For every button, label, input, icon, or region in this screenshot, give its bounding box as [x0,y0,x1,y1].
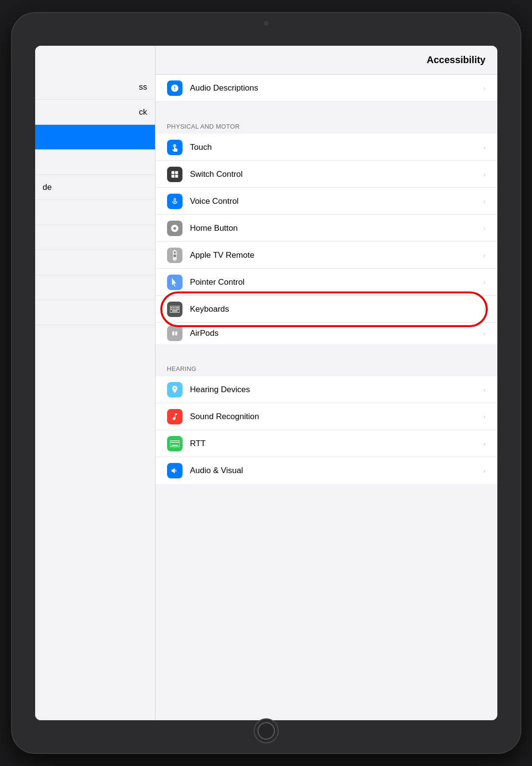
home-button-label: Home Button [190,224,483,233]
list-item-audio-visual[interactable]: Audio & Visual › [156,457,497,484]
sidebar-item-8[interactable] [35,250,155,275]
list-item-sound-recognition[interactable]: Sound Recognition › [156,403,497,430]
hearing-devices-chevron: › [483,386,486,394]
page-title: Accessibility [427,54,485,66]
sidebar-item-partial-2[interactable]: ck [35,100,155,125]
svg-rect-5 [172,307,174,308]
list-item-hearing-devices[interactable]: Hearing Devices › [156,376,497,403]
ipad-frame: ss ck de Access [11,12,521,754]
svg-rect-22 [176,441,177,442]
switch-control-chevron: › [483,171,486,178]
hearing-devices-icon [167,382,182,397]
switch-control-label: Switch Control [190,170,483,179]
partial-top-group: Audio Descriptions › [156,75,497,102]
touch-chevron: › [483,144,486,151]
audio-visual-icon [167,463,182,478]
section-header-hearing: HEARING [156,356,497,376]
voice-control-label: Voice Control [190,197,483,206]
svg-rect-7 [176,307,177,308]
svg-rect-4 [170,307,172,308]
svg-rect-21 [175,441,176,442]
audio-visual-chevron: › [483,467,486,475]
touch-label: Touch [190,143,483,152]
svg-rect-20 [173,441,174,442]
svg-rect-23 [178,441,179,442]
svg-rect-12 [176,309,177,310]
keyboards-icon [167,302,182,317]
sound-recognition-label: Sound Recognition [190,412,483,422]
list-item-touch[interactable]: Touch › [156,134,497,161]
list-item-pointer-control[interactable]: Pointer Control › [156,269,497,296]
svg-point-15 [172,331,174,336]
list-item-switch-control[interactable]: Switch Control › [156,161,497,188]
audio-desc-icon [167,80,182,96]
svg-rect-14 [172,310,178,311]
home-button-chevron: › [483,225,486,232]
sidebar-item-10[interactable] [35,300,155,325]
touch-icon [167,140,182,155]
sidebar-label-2: ck [139,107,147,117]
screen: ss ck de Access [35,46,497,720]
list-item-airpods[interactable]: AirPods › [156,323,497,344]
rtt-chevron: › [483,440,486,448]
svg-rect-10 [172,309,174,310]
svg-rect-13 [177,309,179,310]
list-item-voice-control[interactable]: Voice Control › [156,188,497,215]
airpods-icon [167,326,182,341]
pointer-control-chevron: › [483,278,486,286]
rtt-icon [167,436,182,451]
list-item-partial-audio-desc[interactable]: Audio Descriptions › [156,75,497,102]
audio-desc-chevron: › [483,84,486,92]
home-button-icon [167,221,182,236]
apple-tv-remote-label: Apple TV Remote [190,251,483,260]
list-item-home-button[interactable]: Home Button › [156,215,497,242]
svg-point-16 [175,331,177,336]
audio-visual-label: Audio & Visual [190,466,483,475]
camera [264,21,269,26]
audio-desc-label: Audio Descriptions [190,83,483,93]
spacer-1 [156,102,497,113]
airpods-chevron: › [483,330,486,337]
sidebar-item-active[interactable] [35,125,155,150]
svg-point-2 [173,254,176,257]
sound-recognition-chevron: › [483,413,486,421]
svg-rect-17 [170,440,180,447]
sidebar-item-9[interactable] [35,275,155,300]
main-content: Accessibility Audio Descriptions › PHYSI… [156,46,497,720]
sidebar-item-partial-1[interactable]: ss [35,75,155,100]
svg-rect-24 [171,445,178,446]
pointer-control-icon [167,275,182,290]
home-button-inner [258,722,275,740]
svg-rect-6 [174,307,176,308]
sound-recognition-icon [167,409,182,424]
hearing-group: Hearing Devices › Sound Recognition › [156,376,497,484]
svg-rect-9 [170,309,172,310]
svg-rect-19 [172,441,173,442]
pointer-control-label: Pointer Control [190,277,483,287]
section-header-physical: PHYSICAL AND MOTOR [156,113,497,134]
svg-rect-11 [174,309,176,310]
spacer-2 [156,344,497,356]
physical-motor-group: Touch › Switch Control › [156,134,497,344]
voice-control-chevron: › [483,198,486,205]
sidebar-label-1: ss [139,82,147,92]
airpods-label: AirPods [190,329,483,338]
hearing-devices-label: Hearing Devices [190,385,483,395]
apple-tv-remote-icon [167,248,182,263]
list-item-keyboards[interactable]: Keyboards › [156,296,497,323]
svg-rect-18 [170,441,171,442]
sidebar-item-7[interactable] [35,225,155,250]
content-header: Accessibility [156,46,497,75]
sidebar-label-5: de [43,183,52,192]
sidebar: ss ck de [35,46,156,720]
switch-control-icon [167,167,182,182]
sidebar-item-6[interactable] [35,200,155,225]
home-button-physical[interactable] [254,718,279,743]
list-item-rtt[interactable]: RTT › [156,430,497,457]
rtt-label: RTT [190,439,483,449]
keyboards-label: Keyboards [190,304,483,314]
sidebar-item-4[interactable] [35,150,155,175]
sidebar-item-5[interactable]: de [35,175,155,200]
svg-rect-1 [174,251,176,253]
list-item-apple-tv-remote[interactable]: Apple TV Remote › [156,242,497,269]
